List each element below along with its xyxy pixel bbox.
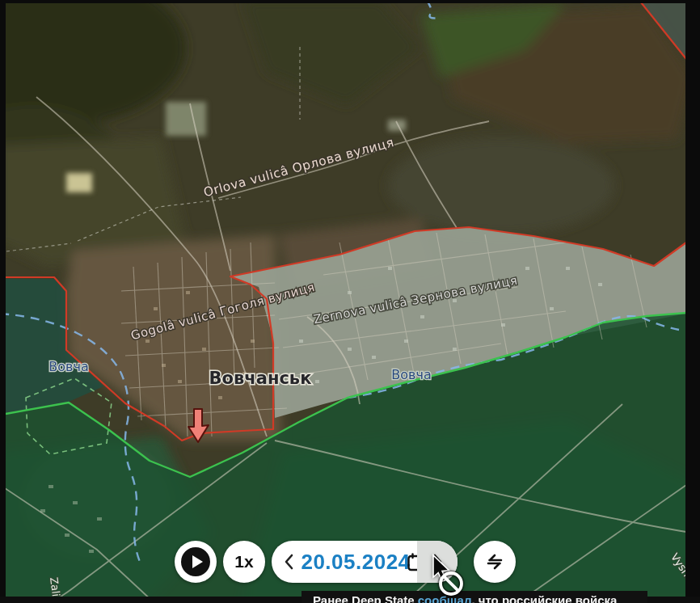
river-label-west: Вовча bbox=[48, 359, 88, 374]
frame-bar-right bbox=[685, 0, 700, 603]
caption-text-2: , что российские войска bbox=[471, 593, 617, 603]
date-input[interactable]: 20.05.2024 bbox=[304, 541, 407, 583]
date-picker-pill: 20.05.2024 bbox=[272, 541, 458, 583]
map-canvas[interactable]: Orlova vulicâ Орлова вулиця Gogolâ vulic… bbox=[0, 0, 700, 603]
video-frame: Orlova vulicâ Орлова вулиця Gogolâ vulic… bbox=[0, 0, 700, 603]
play-icon bbox=[180, 546, 211, 577]
city-label: Вовчанськ bbox=[209, 369, 312, 388]
chevron-left-icon bbox=[284, 553, 295, 571]
frame-bar-top bbox=[0, 0, 700, 3]
river-label-east: Вовча bbox=[391, 367, 431, 382]
compare-button[interactable] bbox=[474, 541, 516, 583]
news-caption: Ранее Deep State сообщал, что российские… bbox=[302, 591, 647, 603]
next-day-button[interactable] bbox=[417, 541, 458, 583]
play-button[interactable] bbox=[175, 541, 217, 583]
speed-button[interactable]: 1x bbox=[223, 541, 265, 583]
caption-text-1: Ранее Deep State bbox=[313, 593, 418, 603]
frame-bar-left bbox=[0, 0, 6, 603]
caption-link: сообщал bbox=[418, 593, 472, 603]
swap-arrows-icon bbox=[483, 550, 507, 574]
chevron-right-icon bbox=[432, 553, 443, 571]
speed-label: 1x bbox=[234, 552, 253, 571]
timeline-controls: 1x 20.05.2024 bbox=[0, 541, 700, 583]
